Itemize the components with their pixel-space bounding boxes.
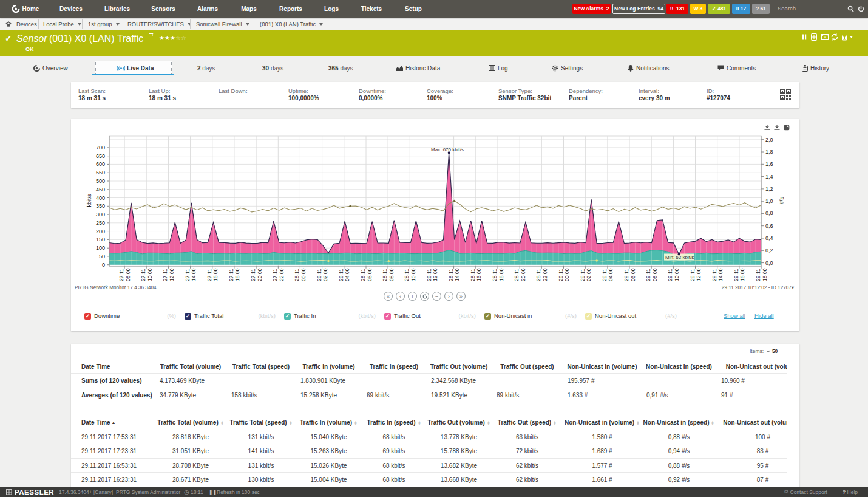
- svg-text:#/s: #/s: [779, 197, 785, 205]
- svg-text:27.1118:00: 27.1118:00: [228, 268, 241, 281]
- svg-text:28.1122:00: 28.1122:00: [535, 268, 548, 281]
- svg-text:29.1102:00: 29.1102:00: [580, 268, 592, 281]
- svg-text:650: 650: [96, 153, 105, 159]
- svg-text:1,8: 1,8: [765, 149, 773, 155]
- svg-text:27.1110:00: 27.1110:00: [140, 268, 153, 281]
- svg-text:0,2: 0,2: [765, 247, 773, 253]
- svg-text:0,6: 0,6: [765, 223, 773, 229]
- svg-text:700: 700: [96, 145, 105, 151]
- svg-text:PRTG Network Monitor 17.4.36.3: PRTG Network Monitor 17.4.36.3404: [75, 285, 157, 290]
- svg-text:250: 250: [96, 220, 105, 226]
- svg-text:50: 50: [99, 253, 105, 259]
- svg-text:28.1102:00: 28.1102:00: [316, 268, 329, 281]
- svg-text:28.1108:00: 28.1108:00: [382, 268, 395, 281]
- svg-text:200: 200: [96, 228, 105, 235]
- svg-text:29.1114:00: 29.1114:00: [711, 268, 724, 281]
- svg-text:29.1106:00: 29.1106:00: [623, 268, 636, 281]
- svg-text:29.1108:00: 29.1108:00: [645, 268, 658, 281]
- svg-text:27.1116:00: 27.1116:00: [206, 268, 219, 281]
- svg-text:Min: 62 kbit/s: Min: 62 kbit/s: [665, 255, 694, 260]
- svg-text:28.1114:00: 28.1114:00: [448, 268, 461, 281]
- svg-text:28.1106:00: 28.1106:00: [360, 268, 373, 281]
- svg-text:0,4: 0,4: [765, 235, 773, 241]
- svg-text:1,2: 1,2: [765, 186, 773, 192]
- svg-text:0,0: 0,0: [765, 260, 773, 266]
- svg-text:27.1108:00: 27.1108:00: [118, 268, 131, 281]
- svg-text:Max: 670 kbit/s: Max: 670 kbit/s: [431, 147, 464, 153]
- svg-text:29.1104:00: 29.1104:00: [602, 268, 614, 281]
- svg-text:27.1120:00: 27.1120:00: [250, 268, 263, 281]
- svg-text:100: 100: [96, 245, 105, 251]
- svg-text:27.1114:00: 27.1114:00: [185, 268, 197, 281]
- svg-text:300: 300: [96, 211, 105, 218]
- svg-text:27.1122:00: 27.1122:00: [272, 268, 285, 281]
- svg-text:2,0: 2,0: [765, 137, 773, 143]
- svg-text:29.1112:00: 29.1112:00: [690, 268, 702, 281]
- svg-text:29.1118:00: 29.1118:00: [755, 268, 768, 281]
- svg-text:28.1104:00: 28.1104:00: [338, 268, 351, 281]
- svg-text:550: 550: [96, 170, 105, 176]
- svg-text:28.1116:00: 28.1116:00: [470, 268, 483, 281]
- svg-text:0,8: 0,8: [765, 210, 773, 216]
- svg-text:kbit/s: kbit/s: [86, 194, 92, 207]
- svg-text:450: 450: [96, 187, 105, 193]
- svg-text:350: 350: [96, 203, 105, 209]
- svg-text:28.1118:00: 28.1118:00: [492, 268, 504, 281]
- svg-text:400: 400: [96, 195, 105, 201]
- svg-text:28.1100:00: 28.1100:00: [294, 268, 307, 281]
- svg-text:600: 600: [96, 161, 105, 167]
- svg-text:29.11.2017 18:12:02 - ID 12707: 29.11.2017 18:12:02 - ID 12707▾: [722, 285, 795, 290]
- svg-text:28.1120:00: 28.1120:00: [514, 268, 526, 281]
- svg-text:28.1112:00: 28.1112:00: [426, 268, 439, 281]
- svg-text:28.1110:00: 28.1110:00: [404, 268, 416, 281]
- svg-text:1,6: 1,6: [765, 161, 773, 167]
- svg-text:29.1116:00: 29.1116:00: [733, 268, 746, 281]
- svg-text:1,4: 1,4: [765, 174, 773, 180]
- svg-text:500: 500: [96, 178, 105, 184]
- svg-text:29.1100:00: 29.1100:00: [558, 268, 571, 281]
- svg-text:29.1110:00: 29.1110:00: [667, 268, 680, 281]
- svg-text:150: 150: [96, 236, 105, 242]
- svg-text:0: 0: [102, 262, 105, 268]
- svg-text:27.1112:00: 27.1112:00: [162, 268, 175, 281]
- svg-text:1,0: 1,0: [765, 198, 773, 204]
